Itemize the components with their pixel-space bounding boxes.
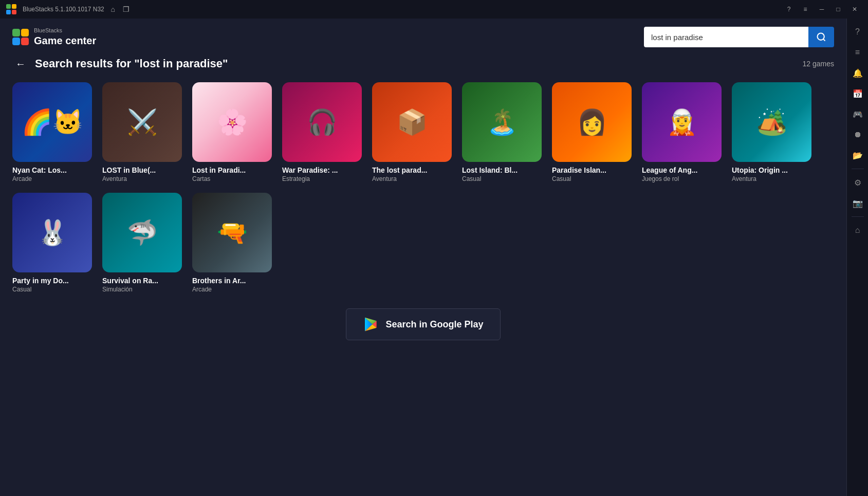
game-name: LOST in Blue(... — [102, 166, 182, 174]
google-play-button[interactable]: Search in Google Play — [346, 308, 500, 340]
search-button[interactable] — [808, 27, 834, 47]
brand-text: BlueStacks Game center — [34, 27, 96, 46]
minimize-button[interactable]: ─ — [815, 4, 829, 15]
menu-button[interactable]: ≡ — [798, 4, 812, 15]
brand: BlueStacks Game center — [12, 27, 96, 46]
search-icon — [816, 32, 826, 42]
sidebar-record-icon[interactable]: ⏺ — [848, 125, 867, 144]
clipboard-icon[interactable]: ❐ — [122, 5, 131, 14]
sidebar-divider — [852, 169, 864, 169]
bluestacks-logo — [6, 4, 16, 14]
back-button[interactable]: ← — [12, 56, 29, 72]
logo-cell-blue — [6, 10, 11, 14]
sidebar-gamepad-icon[interactable]: 🎮 — [848, 105, 867, 123]
right-sidebar: ? ≡ 🔔 📅 🎮 ⏺ 📂 ⚙ 📷 ⌂ — [846, 19, 868, 496]
game-thumbnail: 🦈 — [102, 193, 182, 272]
app-name: BlueStacks 5.1.100.1017 N32 — [23, 6, 104, 13]
game-genre: Cartas — [192, 175, 272, 182]
game-genre: Estrategia — [282, 175, 362, 182]
game-genre: Aventura — [372, 175, 452, 182]
game-name: League of Ang... — [642, 166, 722, 174]
game-card[interactable]: 🌸Lost in Paradi...Cartas — [192, 82, 272, 182]
results-query: "lost in paradise" — [134, 57, 228, 70]
main-layout: BlueStacks Game center ← — [0, 19, 868, 496]
google-play-label: Search in Google Play — [385, 319, 483, 330]
game-thumbnail: 👩 — [552, 82, 632, 162]
game-thumbnail: 🌈🐱 — [12, 82, 92, 162]
game-name: Paradise Islan... — [552, 166, 632, 174]
home-icon[interactable]: ⌂ — [108, 5, 118, 14]
game-thumbnail: 🏕️ — [732, 82, 811, 162]
brand-cell-green — [12, 29, 20, 36]
game-genre: Casual — [462, 175, 542, 182]
game-genre: Arcade — [12, 175, 92, 182]
game-card[interactable]: 🦈Survival on Ra...Simulación — [102, 193, 182, 293]
sidebar-settings-icon[interactable]: ⚙ — [848, 173, 867, 192]
game-thumbnail: 🌸 — [192, 82, 272, 162]
game-name: Nyan Cat: Los... — [12, 166, 92, 174]
game-genre: Casual — [552, 175, 632, 182]
game-genre: Aventura — [102, 175, 182, 182]
results-area: ← Search results for "lost in paradise" … — [0, 53, 846, 496]
game-card[interactable]: 👩Paradise Islan...Casual — [552, 82, 632, 182]
sidebar-notification-icon[interactable]: 🔔 — [848, 64, 867, 82]
game-genre: Aventura — [732, 175, 811, 182]
game-card[interactable]: 📦The lost parad...Aventura — [372, 82, 452, 182]
help-button[interactable]: ? — [782, 4, 796, 15]
google-play-icon — [363, 316, 379, 333]
games-grid: 🌈🐱Nyan Cat: Los...Arcade⚔️LOST in Blue(.… — [12, 82, 834, 293]
game-name: Utopia: Origin ... — [732, 166, 811, 174]
search-input[interactable] — [644, 27, 808, 47]
game-genre: Juegos de rol — [642, 175, 722, 182]
header: BlueStacks Game center — [0, 19, 846, 53]
brand-cell-blue — [12, 38, 20, 45]
game-card[interactable]: 🎧War Paradise: ...Estrategia — [282, 82, 362, 182]
brand-cell-red — [21, 38, 29, 45]
results-header: ← Search results for "lost in paradise" … — [12, 53, 834, 72]
maximize-button[interactable]: □ — [831, 4, 845, 15]
content-area: BlueStacks Game center ← — [0, 19, 846, 496]
game-genre: Simulación — [102, 286, 182, 293]
sidebar-camera-icon[interactable]: 📷 — [848, 194, 867, 212]
game-name: Survival on Ra... — [102, 277, 182, 285]
logo-grid — [6, 4, 16, 14]
game-name: Lost in Paradi... — [192, 166, 272, 174]
game-thumbnail: ⚔️ — [102, 82, 182, 162]
close-button[interactable]: ✕ — [847, 4, 862, 15]
results-title-row: ← Search results for "lost in paradise" — [12, 56, 228, 72]
game-name: Brothers in Ar... — [192, 277, 272, 285]
game-thumbnail: 🏝️ — [462, 82, 542, 162]
game-genre: Casual — [12, 286, 92, 293]
game-card[interactable]: 🔫Brothers in Ar...Arcade — [192, 193, 272, 293]
game-thumbnail: 🐰 — [12, 193, 92, 272]
brand-tagline: Game center — [34, 34, 96, 47]
game-card[interactable]: 🌈🐱Nyan Cat: Los...Arcade — [12, 82, 92, 182]
logo-cell-yellow — [12, 4, 16, 9]
sidebar-menu-icon[interactable]: ≡ — [848, 43, 867, 62]
window-controls: ? ≡ ─ □ ✕ — [782, 4, 862, 15]
brand-logo — [12, 29, 29, 45]
game-thumbnail: 🎧 — [282, 82, 362, 162]
sidebar-calendar-icon[interactable]: 📅 — [848, 84, 867, 103]
game-card[interactable]: 🏕️Utopia: Origin ...Aventura — [732, 82, 811, 182]
game-name: The lost parad... — [372, 166, 452, 174]
title-bar: BlueStacks 5.1.100.1017 N32 ⌂ ❐ ? ≡ ─ □ … — [0, 0, 868, 19]
results-count: 12 games — [803, 60, 834, 68]
game-genre: Arcade — [192, 286, 272, 293]
game-thumbnail: 🔫 — [192, 193, 272, 272]
brand-name: BlueStacks — [34, 27, 96, 34]
logo-cell-green — [6, 4, 11, 9]
search-bar — [644, 27, 834, 47]
game-card[interactable]: 🏝️Lost Island: Bl...Casual — [462, 82, 542, 182]
sidebar-folder-icon[interactable]: 📂 — [848, 146, 867, 164]
svg-line-1 — [823, 39, 825, 41]
game-thumbnail: 📦 — [372, 82, 452, 162]
game-card[interactable]: 🐰Party in my Do...Casual — [12, 193, 92, 293]
sidebar-divider-2 — [852, 216, 864, 217]
sidebar-help-icon[interactable]: ? — [848, 23, 867, 41]
svg-point-0 — [818, 33, 824, 40]
game-card[interactable]: ⚔️LOST in Blue(...Aventura — [102, 82, 182, 182]
game-name: War Paradise: ... — [282, 166, 362, 174]
sidebar-home-icon[interactable]: ⌂ — [848, 221, 867, 240]
game-card[interactable]: 🧝League of Ang...Juegos de rol — [642, 82, 722, 182]
